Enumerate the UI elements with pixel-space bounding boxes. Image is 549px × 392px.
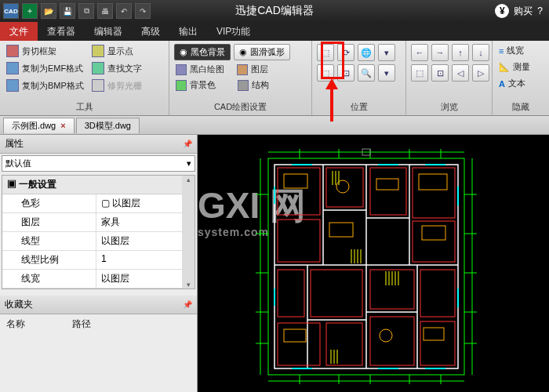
- pos-btn-3[interactable]: 🌐: [358, 44, 375, 61]
- title-bar: CAD ＋ 📂 💾 ⧉ 🖶 ↶ ↷ 迅捷CAD编辑器 ¥ 购买 ?: [0, 0, 549, 22]
- tab-viewer[interactable]: 查看器: [38, 22, 85, 41]
- ribbon-group-browse: ← → ↑ ↓ ⬚ ⊡ ◁ ▷ 浏览: [406, 41, 493, 115]
- favorites-header: 收藏夹 📌: [0, 296, 197, 314]
- general-header[interactable]: 一般设置: [2, 176, 195, 194]
- open-icon[interactable]: 📂: [41, 3, 56, 19]
- bw-draw-button[interactable]: 黑白绘图: [174, 63, 226, 76]
- prop-row-color[interactable]: 色彩▢ 以图层: [2, 194, 195, 213]
- favorites-body: 名称 路径: [0, 314, 197, 392]
- measure-button[interactable]: 📐 测量: [497, 60, 532, 74]
- ruler-vertical: [198, 135, 210, 392]
- bg-color-button[interactable]: 背景色: [174, 78, 217, 92]
- svg-rect-49: [326, 323, 362, 365]
- ribbon-group-tools: 剪切框架 复制为EMF格式 复制为BMP格式 显示点 查找文字 修剪光栅 工具: [0, 41, 169, 115]
- pos-btn-4[interactable]: ▾: [378, 44, 395, 61]
- pos-btn-8[interactable]: ▾: [378, 64, 395, 82]
- group-label-tools: 工具: [5, 101, 164, 114]
- prop-row-linescale[interactable]: 线型比例1: [2, 251, 195, 270]
- nav-up[interactable]: ↑: [452, 44, 469, 61]
- properties-title: 属性: [5, 137, 24, 151]
- pin-icon[interactable]: 📌: [183, 140, 192, 148]
- redo-icon[interactable]: ↷: [135, 3, 151, 19]
- currency-icon[interactable]: ¥: [495, 4, 509, 18]
- pos-btn-2[interactable]: ⟳: [337, 44, 354, 61]
- ruler-horizontal: [198, 135, 549, 147]
- text-button[interactable]: A 文本: [497, 77, 532, 90]
- workspace: 属性 📌 默认值▾ 一般设置 色彩▢ 以图层 图层家具 线型以图层 线型比例1 …: [0, 135, 549, 392]
- print-icon[interactable]: 🖶: [97, 3, 113, 19]
- copy-bmp-button[interactable]: 复制为BMP格式: [5, 78, 85, 93]
- file-tab-1[interactable]: 示例图.dwg×: [3, 118, 75, 133]
- svg-rect-44: [278, 270, 304, 317]
- ribbon: 剪切框架 复制为EMF格式 复制为BMP格式 显示点 查找文字 修剪光栅 工具 …: [0, 41, 549, 116]
- nav-fit[interactable]: ⊡: [431, 64, 449, 82]
- default-combo[interactable]: 默认值▾: [2, 155, 195, 172]
- ribbon-group-hide: ≡ 线宽 📐 测量 A 文本 隐藏: [493, 41, 549, 115]
- prop-row-layer[interactable]: 图层家具: [2, 213, 195, 232]
- group-label-position: 位置: [317, 101, 401, 114]
- nav-right[interactable]: →: [431, 44, 449, 61]
- svg-rect-42: [278, 220, 320, 262]
- trim-raster-button: 修剪光栅: [90, 78, 144, 93]
- saveall-icon[interactable]: ⧉: [78, 3, 94, 19]
- chevron-down-icon: ▾: [187, 158, 191, 169]
- save-icon[interactable]: 💾: [60, 3, 75, 19]
- svg-rect-57: [422, 226, 445, 240]
- nav-prev[interactable]: ◁: [452, 64, 469, 82]
- svg-rect-45: [311, 270, 362, 317]
- layers-button[interactable]: 图层: [235, 63, 270, 76]
- pos-btn-7[interactable]: 🔍: [358, 64, 375, 82]
- tab-editor[interactable]: 编辑器: [85, 22, 132, 41]
- tab-file[interactable]: 文件: [0, 22, 38, 41]
- file-tab-2[interactable]: 3D模型.dwg: [76, 118, 140, 133]
- group-label-cad: CAD绘图设置: [174, 101, 307, 114]
- new-icon[interactable]: ＋: [22, 3, 38, 19]
- buy-link[interactable]: 购买: [514, 5, 533, 18]
- tab-advanced[interactable]: 高级: [132, 22, 169, 41]
- copy-emf-button[interactable]: 复制为EMF格式: [5, 61, 85, 75]
- close-icon[interactable]: ×: [60, 121, 65, 130]
- svg-rect-53: [419, 174, 447, 190]
- app-title: 迅捷CAD编辑器: [235, 4, 314, 18]
- nav-left[interactable]: ←: [411, 44, 428, 61]
- fav-col-path: 路径: [72, 318, 91, 331]
- ribbon-group-cad-settings: ◉ 黑色背景 ◉ 圆滑弧形 黑白绘图 图层 背景色 结构 CAD绘图设置: [169, 41, 312, 115]
- linewidth-button[interactable]: ≡ 线宽: [497, 44, 532, 57]
- help-icon[interactable]: ?: [537, 5, 543, 16]
- tab-vip[interactable]: VIP功能: [207, 22, 260, 41]
- nav-down[interactable]: ↓: [472, 44, 489, 61]
- ribbon-group-position: ⬚ ⟳ 🌐 ▾ ⬚ ⊡ 🔍 ▾ 位置: [312, 41, 406, 115]
- quick-access: CAD ＋ 📂 💾 ⧉ 🖶 ↶ ↷: [0, 3, 151, 19]
- drawing-canvas[interactable]: GXI 网 system.com: [198, 135, 549, 392]
- black-bg-toggle[interactable]: ◉ 黑色背景: [174, 44, 231, 60]
- svg-rect-43: [413, 221, 455, 262]
- tab-output[interactable]: 输出: [169, 22, 207, 41]
- pos-btn-6[interactable]: ⊡: [337, 64, 354, 82]
- prop-row-linewidth[interactable]: 线宽以图层: [2, 270, 195, 289]
- scrollbar[interactable]: ▴▾: [182, 176, 195, 289]
- nav-next[interactable]: ▷: [472, 64, 489, 82]
- svg-rect-58: [284, 329, 306, 342]
- menu-bar: 文件 查看器 编辑器 高级 输出 VIP功能: [0, 22, 549, 41]
- undo-icon[interactable]: ↶: [116, 3, 132, 19]
- file-tab-bar: 示例图.dwg× 3D模型.dwg: [0, 116, 549, 135]
- show-points-button[interactable]: 显示点: [90, 44, 144, 58]
- prop-row-linetype[interactable]: 线型以图层: [2, 232, 195, 251]
- favorites-title: 收藏夹: [5, 298, 33, 311]
- clip-frame-button[interactable]: 剪切框架: [5, 44, 85, 58]
- pos-btn-5[interactable]: ⬚: [317, 64, 334, 82]
- find-text-button[interactable]: 查找文字: [90, 61, 144, 75]
- smooth-arc-toggle[interactable]: ◉ 圆滑弧形: [234, 44, 290, 60]
- nav-home[interactable]: ⬚: [411, 64, 428, 82]
- app-icon[interactable]: CAD: [3, 3, 19, 19]
- properties-grid: 一般设置 色彩▢ 以图层 图层家具 线型以图层 线型比例1 线宽以图层 ▴▾: [2, 175, 195, 289]
- svg-point-60: [380, 329, 392, 342]
- structure-button[interactable]: 结构: [236, 78, 271, 92]
- svg-rect-50: [370, 317, 414, 365]
- svg-rect-40: [370, 168, 406, 215]
- side-panel: 属性 📌 默认值▾ 一般设置 色彩▢ 以图层 图层家具 线型以图层 线型比例1 …: [0, 135, 198, 392]
- pos-btn-1[interactable]: ⬚: [317, 44, 334, 61]
- fav-col-name: 名称: [6, 318, 25, 331]
- pin-icon[interactable]: 📌: [183, 300, 192, 309]
- svg-rect-55: [376, 179, 398, 190]
